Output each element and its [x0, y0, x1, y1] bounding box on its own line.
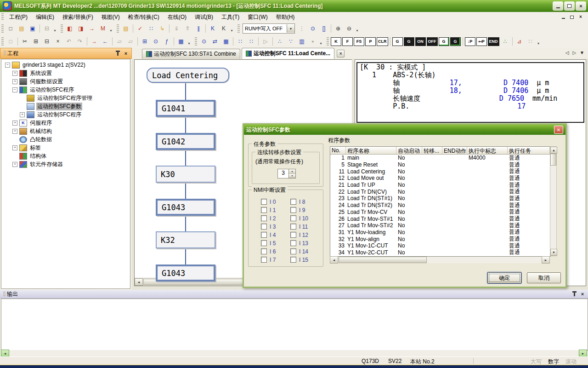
screen-edit-icon[interactable]: ◨: [76, 23, 86, 34]
stamp-a-icon[interactable]: ▱: [114, 36, 124, 46]
dev-k-icon[interactable]: K: [208, 23, 218, 34]
toolbar-drag-handle[interactable]: [1, 37, 4, 46]
mdi-restore-button[interactable]: [568, 14, 576, 20]
tree-expander-icon[interactable]: +: [12, 71, 17, 76]
checkbox-i0[interactable]: [261, 199, 267, 205]
branch-set-icon[interactable]: ∴: [500, 36, 510, 46]
table-row[interactable]: 25Load Tr Mov-CVNo普通: [330, 209, 550, 216]
tree-item-project-root[interactable]: −grinder13 stage1 z(SV22): [1, 61, 130, 69]
output-scroll-left-icon[interactable]: ◄: [1, 350, 9, 357]
table-scroll-down-icon[interactable]: ▼: [550, 249, 557, 256]
table-row[interactable]: 31Y1 Mov-loadingNo普通: [330, 229, 550, 236]
table-header-4[interactable]: END动作: [442, 147, 467, 155]
sfc-step-g1041-0[interactable]: G1041: [156, 100, 215, 117]
table-header-3[interactable]: 转移...: [422, 147, 442, 155]
checkbox-i14[interactable]: [290, 248, 296, 254]
branch-move-icon[interactable]: ∷: [526, 36, 536, 46]
table-header-1[interactable]: 程序名称: [346, 147, 396, 155]
sfc-k-button[interactable]: K: [331, 37, 341, 46]
toolbar-drag-handle[interactable]: [117, 24, 119, 33]
branch-insert-icon[interactable]: ⊿: [514, 36, 525, 46]
checkbox-i15[interactable]: [290, 257, 296, 263]
new-file-icon[interactable]: □: [6, 23, 16, 34]
delete-icon[interactable]: ×: [53, 36, 63, 46]
tree-item-mechanical[interactable]: +机械结构: [1, 127, 130, 135]
output-scrollbar[interactable]: ◄ ►: [1, 350, 587, 356]
link-a-icon[interactable]: ∷: [235, 36, 245, 46]
sfc-p-button[interactable]: P: [365, 37, 376, 46]
transfer-steps-stepper[interactable]: 3 ▲ ▼: [277, 169, 296, 178]
table-row[interactable]: 11Load CenteringNo普通: [330, 168, 550, 175]
cancel-button[interactable]: 取消: [527, 272, 561, 283]
scroll-left-icon[interactable]: ◄: [135, 278, 143, 286]
table-row[interactable]: 22Load Tr DN(CV)No普通: [330, 188, 550, 195]
sfc-clr-button[interactable]: CLR: [377, 37, 388, 46]
toolbar-overflow-icon[interactable]: ▾: [536, 36, 541, 46]
sfc-step-g1042-1[interactable]: G1042: [156, 133, 215, 150]
stepper-down-icon[interactable]: ▼: [289, 174, 295, 178]
menu-item-6[interactable]: 调试(B): [191, 12, 217, 23]
document-tab-0[interactable]: 运动控制SFC 130:ST#1 Combine: [142, 49, 240, 59]
tab-list-icon[interactable]: ▼: [580, 50, 584, 55]
paste-icon[interactable]: ⊟: [42, 36, 52, 46]
output-close-icon[interactable]: ×: [579, 291, 586, 297]
doc-copy-icon[interactable]: □: [6, 36, 16, 46]
sfc-step-g1043-3[interactable]: G1043: [156, 199, 215, 216]
project-panel-close-icon[interactable]: ×: [122, 50, 130, 57]
table-hscroll-thumb[interactable]: [339, 257, 427, 263]
tree-item-sfc-parameter[interactable]: 运动控制SFC参数: [1, 102, 130, 110]
checkbox-i5[interactable]: [261, 240, 267, 246]
sfc-step-k32-4[interactable]: K32: [156, 231, 215, 248]
table-row[interactable]: 21Load Tr UPNo普通: [330, 182, 550, 189]
toolbar-drag-handle[interactable]: [195, 37, 197, 46]
tab-scroll-left-icon[interactable]: ◁: [565, 50, 569, 55]
toolbar-drag-handle[interactable]: [237, 24, 240, 33]
tab-scroll-right-icon[interactable]: ▷: [572, 50, 576, 55]
menu-item-9[interactable]: 帮助(H): [272, 12, 299, 23]
tree-expander-icon[interactable]: +: [12, 162, 17, 167]
toolbar-drag-handle[interactable]: [1, 24, 4, 33]
jump-step-icon[interactable]: ↳: [157, 23, 167, 34]
menubar-drag-handle[interactable]: [1, 13, 4, 20]
tab-close-icon[interactable]: ×: [337, 50, 345, 58]
sfc-step-k30-2[interactable]: K30: [156, 166, 215, 183]
ok-button[interactable]: 确定: [487, 272, 521, 283]
table-row[interactable]: 34Y1 Mov-2C-CUTNo普通: [330, 249, 550, 256]
cross-ref-icon[interactable]: ⊙: [199, 36, 209, 46]
menu-item-1[interactable]: 编辑(E): [32, 12, 58, 23]
checkbox-i1[interactable]: [261, 207, 267, 213]
close-button[interactable]: ×: [576, 1, 586, 11]
sfc-fs-button[interactable]: FS: [354, 37, 364, 46]
menu-item-2[interactable]: 搜索/替换(F): [58, 12, 97, 23]
sfc-end-button[interactable]: END: [488, 37, 499, 46]
write-to-plc-icon[interactable]: →: [89, 36, 99, 46]
table-row[interactable]: 24Load Tr DN(ST#2)No普通: [330, 202, 550, 209]
tree-item-label[interactable]: +标签: [1, 144, 130, 152]
output-drag-handle[interactable]: [3, 292, 6, 296]
table-scroll-right-icon[interactable]: ►: [542, 256, 550, 264]
chain-a-icon[interactable]: ∴: [275, 36, 285, 46]
output-scroll-right-icon[interactable]: ►: [579, 350, 587, 357]
relay-check-icon[interactable]: ∷: [146, 23, 156, 34]
toolbar-overflow-icon[interactable]: ▾: [108, 23, 113, 34]
install-icon[interactable]: ⇑: [182, 23, 192, 34]
tree-expander-icon[interactable]: +: [12, 145, 17, 150]
toolbar-overflow-icon[interactable]: ▾: [52, 23, 57, 34]
table-scroll-up-icon[interactable]: ▲: [550, 147, 557, 154]
zoom-in-icon[interactable]: ⊕: [333, 23, 343, 34]
checkbox-i10[interactable]: [290, 215, 296, 221]
table-row[interactable]: 12Load Move outNo普通: [330, 175, 550, 182]
mdi-minimize-button[interactable]: [560, 14, 567, 20]
copy-icon[interactable]: ⊞: [31, 36, 41, 46]
sfc-jump-p-button[interactable]: ↓P: [465, 37, 475, 46]
dev-fx-icon[interactable]: ƒ: [162, 36, 172, 46]
document-tab-1[interactable]: 运动控制SFC 11:Load Cente...: [242, 48, 334, 59]
toolbar-overflow-icon[interactable]: ▾: [187, 36, 192, 46]
sfc-f-button[interactable]: F: [342, 37, 353, 46]
zoom-out-icon[interactable]: ⊖: [344, 23, 354, 34]
tree-item-servo-program[interactable]: +K伺服程序: [1, 119, 130, 127]
tree-expander-icon[interactable]: +: [12, 129, 17, 134]
toolbar-drag-handle[interactable]: [327, 37, 329, 46]
sfc-on-button[interactable]: ON: [415, 37, 426, 46]
menu-item-8[interactable]: 窗口(W): [243, 12, 271, 23]
